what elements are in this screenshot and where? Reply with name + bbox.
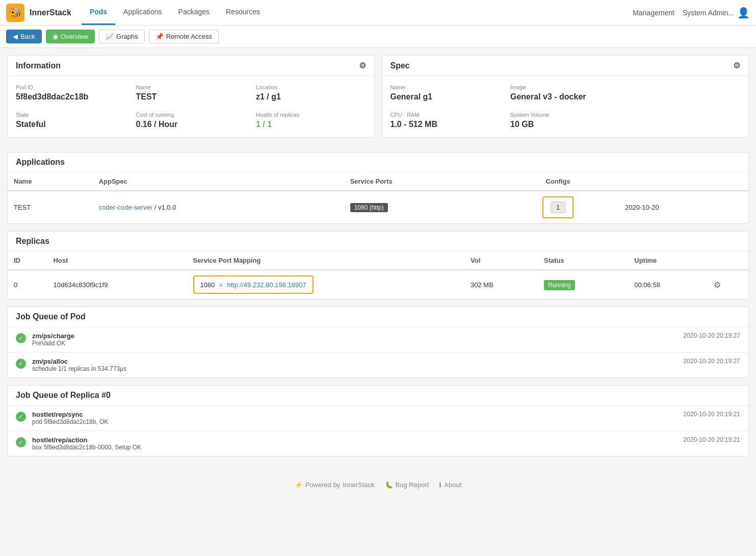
information-gear-icon[interactable]: ⚙: [359, 61, 366, 70]
about-link[interactable]: About: [444, 481, 461, 489]
replicas-table: ID Host Service Port Mapping Vol Status …: [8, 251, 748, 299]
graphs-button[interactable]: 📈 Graphs: [99, 30, 145, 43]
pod-id-label: Pod ID: [16, 84, 126, 90]
status-badge: Running: [544, 280, 575, 290]
remote-access-button[interactable]: 📌 Remote Access: [149, 30, 219, 43]
graphs-icon: 📈: [106, 33, 114, 40]
table-row: TEST coder-code-server / v1.0.0 1080 (ht…: [8, 191, 748, 223]
list-item: ✓ zm/ps/charge PreValid OK 2020-10-20 20…: [8, 327, 748, 352]
spec-header: Spec ⚙: [382, 56, 749, 76]
remote-access-icon: 📌: [155, 33, 164, 40]
applications-header-row: Name AppSpec Service Ports Configs: [8, 172, 748, 191]
about: ℹ About: [439, 481, 461, 489]
col-configs: Configs: [497, 172, 619, 191]
replica-uptime: 00:06:58: [628, 270, 708, 299]
port-url-link[interactable]: http://49.232.80.198:18907: [227, 281, 306, 289]
job-title: hostlet/rep/sync: [32, 411, 684, 418]
job-queue-pod-header: Job Queue of Pod: [8, 307, 748, 327]
management-link[interactable]: Management: [633, 9, 674, 17]
spec-cpu-label: CPU · RAM: [390, 112, 501, 118]
replica-host: 10d634c830f9c1f9: [47, 270, 187, 299]
port-mapping-highlight: 1080 » http://49.232.80.198:18907: [193, 275, 314, 294]
name-value: TEST: [136, 92, 246, 102]
applications-table: Name AppSpec Service Ports Configs TEST …: [8, 172, 748, 223]
check-icon: ✓: [16, 412, 26, 422]
state-value: Stateful: [16, 120, 126, 129]
col-name: Name: [8, 172, 93, 191]
spec-gear-icon[interactable]: ⚙: [733, 61, 740, 70]
app-spec: coder-code-server / v1.0.0: [93, 191, 344, 223]
check-icon: ✓: [16, 333, 26, 343]
location-item: Location z1 / g1: [256, 84, 366, 102]
spec-title: Spec: [390, 61, 410, 70]
job-time: 2020-10-20 20:19:21: [684, 411, 740, 418]
job-title: zm/ps/charge: [32, 332, 684, 340]
nav-right: Management System Admin... 👤: [633, 7, 750, 19]
col-service-ports: Service Ports: [344, 172, 497, 191]
job-queue-pod-card: Job Queue of Pod ✓ zm/ps/charge PreValid…: [7, 307, 749, 378]
nav-tab-packages[interactable]: Packages: [170, 0, 218, 25]
nav-tab-applications[interactable]: Applications: [115, 0, 170, 25]
spec-cpu-value: 1.0 - 512 MB: [390, 120, 501, 129]
app-date: 2020-10-20: [619, 191, 748, 223]
back-button[interactable]: ◀ Back: [6, 30, 42, 43]
replicas-table-head: ID Host Service Port Mapping Vol Status …: [8, 251, 748, 270]
footer: ⚡ Powered by InnerStack 🐛 Bug Report ℹ A…: [0, 471, 756, 499]
replicas-card: Replicas ID Host Service Port Mapping Vo…: [7, 231, 749, 299]
bug-report-link[interactable]: Bug Report: [396, 481, 429, 489]
logo-icon: 🐝: [6, 4, 24, 22]
col-port-mapping: Service Port Mapping: [187, 251, 464, 270]
replica-actions: ⚙: [708, 270, 748, 299]
col-host: Host: [47, 251, 187, 270]
info-grid-bottom: State Stateful Cost of running 0.16 / Ho…: [16, 112, 366, 129]
job-sub: schedule 1/1 replicas in 534.773µs: [32, 365, 684, 372]
applications-header: Applications: [8, 153, 748, 172]
cost-value: 0.16 / Hour: [136, 120, 246, 129]
col-actions: [708, 251, 748, 270]
check-icon: ✓: [16, 359, 26, 369]
applications-title: Applications: [16, 158, 65, 167]
nav-tab-resources[interactable]: Resources: [218, 0, 268, 25]
service-port-badge: 1080 (http): [350, 203, 388, 212]
user-menu[interactable]: System Admin... 👤: [683, 7, 750, 19]
replica-vol: 302 MB: [464, 270, 538, 299]
health-item: Health of replicas 1 / 1: [256, 112, 366, 129]
state-item: State Stateful: [16, 112, 126, 129]
col-vol: Vol: [464, 251, 538, 270]
footer-brand-link[interactable]: InnerStack: [343, 481, 374, 489]
main-content: Information ⚙ Pod ID 5f8ed3d8dac2c18b Na…: [0, 48, 756, 471]
spec-image-label: Image: [510, 84, 620, 90]
col-appspec: AppSpec: [93, 172, 344, 191]
service-ports-cell: 1080 (http): [344, 191, 497, 223]
replicas-header-row: ID Host Service Port Mapping Vol Status …: [8, 251, 748, 270]
job-queue-pod-title: Job Queue of Pod: [16, 312, 86, 321]
spec-image-value: General v3 - docker: [510, 92, 620, 102]
state-label: State: [16, 112, 126, 118]
configs-highlight: 1: [542, 196, 573, 218]
app-spec-version: / v1.0.0: [152, 204, 176, 211]
sub-nav: ◀ Back ◉ Overview 📈 Graphs 📌 Remote Acce…: [0, 26, 756, 48]
spec-grid-bottom: CPU · RAM 1.0 - 512 MB System Volume 10 …: [390, 112, 741, 129]
health-value: 1 / 1: [256, 120, 366, 129]
replicas-header: Replicas: [8, 232, 748, 251]
overview-button[interactable]: ◉ Overview: [46, 30, 95, 43]
job-queue-pod-list: ✓ zm/ps/charge PreValid OK 2020-10-20 20…: [8, 327, 748, 377]
app-spec-link[interactable]: coder-code-server: [99, 204, 153, 211]
spec-volume-item: System Volume 10 GB: [510, 112, 620, 129]
spec-volume-value: 10 GB: [510, 120, 620, 129]
replica-port-mapping: 1080 » http://49.232.80.198:18907: [187, 270, 464, 299]
col-id: ID: [8, 251, 47, 270]
nav-tab-pods[interactable]: Pods: [82, 0, 115, 25]
replica-status: Running: [538, 270, 628, 299]
job-time: 2020-10-20 20:19:27: [684, 332, 740, 339]
cost-label: Cost of running: [136, 112, 246, 118]
port-arrow: »: [219, 281, 223, 289]
replica-gear-icon[interactable]: ⚙: [714, 281, 721, 289]
job-sub: PreValid OK: [32, 340, 684, 347]
spec-grid-top: Name General g1 Image General v3 - docke…: [390, 84, 741, 102]
spec-name-label: Name: [390, 84, 501, 90]
job-title: zm/ps/alloc: [32, 358, 684, 365]
info-grid-top: Pod ID 5f8ed3d8dac2c18b Name TEST Locati…: [16, 84, 366, 102]
replicas-table-body: 0 10d634c830f9c1f9 1080 » http://49.232.…: [8, 270, 748, 299]
location-label: Location: [256, 84, 366, 90]
